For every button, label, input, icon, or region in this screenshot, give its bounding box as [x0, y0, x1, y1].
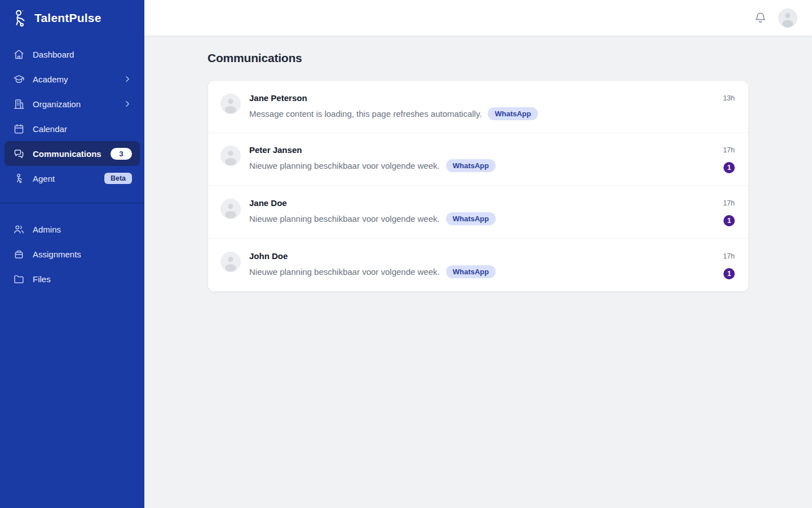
sidebar-item-organization[interactable]: Organization [5, 91, 140, 116]
sidebar-item-agent[interactable]: Agent Beta [5, 166, 140, 191]
message-time: 17h [723, 199, 735, 208]
sidebar-item-academy[interactable]: Academy [5, 67, 140, 91]
main-content: Communications Jane Peterson Message con… [144, 36, 812, 508]
message-sender: Peter Jansen [249, 144, 496, 156]
avatar [220, 252, 241, 272]
person-figure-icon [12, 172, 25, 185]
sidebar-item-assignments[interactable]: Assignments [5, 242, 140, 266]
folder-icon [12, 273, 25, 285]
avatar [220, 94, 241, 114]
sidebar-item-label: Academy [33, 75, 68, 84]
chat-bubbles-icon [12, 147, 25, 160]
message-time: 13h [723, 94, 735, 103]
message-row[interactable]: Jane Peterson Message content is loading… [208, 81, 748, 132]
unread-count-badge: 1 [723, 268, 735, 279]
bell-icon [753, 11, 768, 25]
channel-badge: WhatsApp [446, 265, 496, 278]
message-preview: Nieuwe planning beschikbaar voor volgend… [249, 213, 440, 225]
avatar [220, 146, 241, 166]
sidebar: TalentPulse Dashboard Academy Organizati… [0, 0, 144, 508]
sidebar-item-communications[interactable]: Communications 3 [5, 141, 140, 166]
sidebar-item-label: Organization [33, 99, 81, 109]
sidebar-item-label: Files [33, 274, 51, 284]
message-time: 17h [723, 146, 735, 155]
logo[interactable]: TalentPulse [0, 0, 144, 36]
home-icon [12, 48, 25, 60]
app-root: TalentPulse Dashboard Academy Organizati… [0, 0, 812, 508]
sidebar-item-calendar[interactable]: Calendar [5, 116, 140, 141]
user-avatar[interactable] [778, 8, 797, 28]
message-row[interactable]: Jane Doe Nieuwe planning beschikbaar voo… [208, 185, 748, 238]
users-icon [12, 223, 25, 235]
message-row[interactable]: John Doe Nieuwe planning beschikbaar voo… [208, 238, 748, 291]
talentpulse-figure-icon [11, 8, 28, 28]
calendar-icon [12, 122, 25, 135]
sidebar-item-label: Assignments [33, 249, 81, 259]
message-time: 17h [723, 252, 735, 261]
beta-badge: Beta [104, 173, 132, 184]
sidebar-item-label: Admins [33, 225, 61, 234]
unread-count-badge: 1 [723, 215, 735, 226]
sidebar-main-nav: Dashboard Academy Organization Calendar … [0, 36, 144, 191]
message-sender: John Doe [249, 251, 496, 262]
chevron-right-icon [123, 99, 132, 108]
app-title: TalentPulse [34, 11, 102, 25]
sidebar-divider [0, 203, 144, 203]
message-row[interactable]: Peter Jansen Nieuwe planning beschikbaar… [208, 132, 748, 185]
messages-list: Jane Peterson Message content is loading… [208, 80, 749, 292]
briefcase-icon [12, 248, 25, 260]
message-preview: Message content is loading, this page re… [249, 108, 482, 120]
chevron-right-icon [123, 75, 132, 84]
content-area: Communications Jane Peterson Message con… [144, 0, 812, 508]
sidebar-item-admins[interactable]: Admins [5, 217, 140, 242]
graduation-cap-icon [12, 73, 25, 85]
page-title: Communications [208, 51, 749, 65]
message-preview: Nieuwe planning beschikbaar voor volgend… [249, 160, 440, 172]
channel-badge: WhatsApp [446, 159, 496, 172]
notifications-button[interactable] [753, 11, 768, 25]
channel-badge: WhatsApp [488, 107, 537, 120]
sidebar-item-label: Agent [33, 174, 55, 183]
sidebar-item-label: Communications [33, 149, 102, 159]
avatar [220, 199, 241, 219]
unread-count-badge: 1 [723, 162, 735, 173]
sidebar-item-label: Calendar [33, 124, 67, 134]
sidebar-item-dashboard[interactable]: Dashboard [5, 42, 140, 67]
top-bar [144, 0, 812, 36]
sidebar-item-label: Dashboard [33, 50, 74, 59]
sidebar-secondary-nav: Admins Assignments Files [0, 211, 144, 291]
building-icon [12, 98, 25, 110]
sidebar-item-files[interactable]: Files [5, 266, 140, 291]
channel-badge: WhatsApp [446, 212, 496, 225]
message-sender: Jane Peterson [249, 93, 538, 104]
message-preview: Nieuwe planning beschikbaar voor volgend… [249, 266, 440, 278]
unread-count-pill: 3 [111, 148, 132, 160]
message-sender: Jane Doe [249, 198, 496, 209]
